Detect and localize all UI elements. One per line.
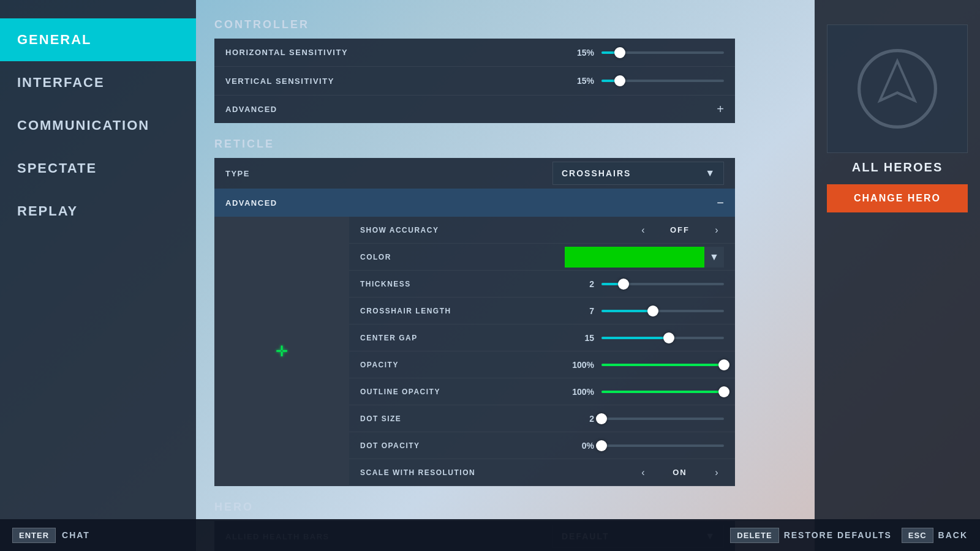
- show-accuracy-value: OFF: [655, 225, 704, 234]
- vertical-sensitivity-row: VERTICAL SENSITIVITY 15%: [214, 67, 735, 95]
- sidebar-item-spectate[interactable]: SPECTATE: [0, 147, 196, 190]
- horizontal-sensitivity-slider[interactable]: [601, 51, 724, 54]
- dot-size-label: DOT SIZE: [360, 414, 560, 423]
- reticle-advanced-header[interactable]: ADVANCED −: [214, 189, 735, 217]
- reticle-title: RETICLE: [214, 138, 735, 151]
- scale-resolution-left-arrow[interactable]: ‹: [636, 467, 650, 478]
- vertical-sensitivity-slider[interactable]: [601, 80, 724, 82]
- change-hero-button[interactable]: CHANGE HERO: [827, 184, 968, 212]
- reticle-type-dropdown-arrow: ▼: [705, 168, 715, 179]
- delete-key-badge: DELETE: [730, 528, 778, 543]
- color-row: COLOR ▼: [349, 244, 735, 271]
- sidebar-item-interface[interactable]: INTERFACE: [0, 61, 196, 104]
- color-label: COLOR: [360, 253, 565, 261]
- reticle-type-dropdown[interactable]: CROSSHAIRS ▼: [552, 162, 724, 185]
- scale-resolution-value: ON: [655, 468, 704, 477]
- back-action: ESC BACK: [902, 528, 968, 543]
- scale-resolution-toggle[interactable]: ‹ ON ›: [636, 467, 724, 478]
- dot-size-row: DOT SIZE 2: [349, 405, 735, 432]
- reticle-type-row: TYPE CROSSHAIRS ▼: [214, 158, 735, 189]
- show-accuracy-row: SHOW ACCURACY ‹ OFF ›: [349, 217, 735, 244]
- sidebar-item-general[interactable]: GENERAL: [0, 18, 196, 61]
- thickness-row: THICKNESS 2: [349, 271, 735, 298]
- color-fill: [565, 247, 704, 268]
- sidebar-item-communication[interactable]: COMMUNICATION: [0, 104, 196, 147]
- center-gap-row: CENTER GAP 15: [349, 324, 735, 351]
- reticle-advanced-label: ADVANCED: [225, 198, 717, 208]
- vertical-sensitivity-label: VERTICAL SENSITIVITY: [225, 77, 560, 86]
- show-accuracy-label: SHOW ACCURACY: [360, 226, 636, 234]
- overwatch-logo: [858, 49, 937, 129]
- opacity-value: 100%: [560, 360, 594, 370]
- enter-action-label: CHAT: [62, 530, 90, 540]
- controller-title: CONTROLLER: [214, 18, 735, 31]
- crosshair-length-label: CROSSHAIR LENGTH: [360, 307, 560, 315]
- reticle-advanced-content: ✛ SHOW ACCURACY ‹ OFF › COLOR: [214, 217, 735, 486]
- sidebar: GENERAL INTERFACE COMMUNICATION SPECTATE…: [0, 0, 196, 551]
- scale-resolution-row: SCALE WITH RESOLUTION ‹ ON ›: [349, 459, 735, 486]
- center-gap-label: CENTER GAP: [360, 334, 560, 342]
- reticle-type-label: TYPE: [225, 169, 552, 178]
- dot-size-value: 2: [560, 414, 594, 424]
- main-content: CONTROLLER HORIZONTAL SENSITIVITY 15% VE…: [196, 0, 753, 551]
- dot-opacity-row: DOT OPACITY 0%: [349, 432, 735, 459]
- controller-advanced-expand-icon: +: [717, 102, 724, 116]
- outline-opacity-value: 100%: [560, 387, 594, 397]
- bottom-left: ENTER CHAT: [12, 528, 90, 543]
- dot-opacity-value: 0%: [560, 441, 594, 451]
- thickness-slider[interactable]: [601, 283, 724, 285]
- crosshair-length-row: CROSSHAIR LENGTH 7: [349, 298, 735, 324]
- sidebar-label-general: GENERAL: [17, 32, 92, 47]
- thickness-value: 2: [560, 279, 594, 289]
- sidebar-label-interface: INTERFACE: [17, 75, 105, 90]
- hero-title: HERO: [214, 501, 735, 514]
- opacity-row: OPACITY 100%: [349, 351, 735, 378]
- crosshair-length-value: 7: [560, 306, 594, 316]
- esc-key-badge: ESC: [902, 528, 933, 543]
- thickness-label: THICKNESS: [360, 280, 560, 288]
- horizontal-sensitivity-value: 15%: [560, 48, 594, 58]
- restore-defaults-action: DELETE RESTORE DEFAULTS: [730, 528, 891, 543]
- crosshair-preview: ✛: [214, 217, 349, 486]
- reticle-section: RETICLE TYPE CROSSHAIRS ▼ ADVANCED − ✛: [214, 138, 735, 486]
- dot-size-slider[interactable]: [601, 418, 724, 420]
- show-accuracy-toggle[interactable]: ‹ OFF ›: [636, 225, 724, 236]
- outline-opacity-row: OUTLINE OPACITY 100%: [349, 378, 735, 405]
- color-dropdown[interactable]: ▼: [565, 247, 724, 268]
- opacity-slider[interactable]: [601, 364, 724, 366]
- center-gap-slider[interactable]: [601, 337, 724, 339]
- reticle-advanced-collapse-icon: −: [717, 196, 724, 210]
- right-panel: ALL HEROES CHANGE HERO: [815, 0, 980, 551]
- reticle-settings-list: SHOW ACCURACY ‹ OFF › COLOR ▼: [349, 217, 735, 486]
- color-dropdown-arrow: ▼: [704, 247, 724, 268]
- outline-opacity-label: OUTLINE OPACITY: [360, 388, 560, 396]
- back-label[interactable]: BACK: [938, 530, 968, 540]
- crosshair-length-slider[interactable]: [601, 310, 724, 312]
- enter-key-badge: ENTER: [12, 528, 56, 543]
- show-accuracy-left-arrow[interactable]: ‹: [636, 225, 650, 236]
- opacity-label: OPACITY: [360, 361, 560, 369]
- show-accuracy-right-arrow[interactable]: ›: [709, 225, 724, 236]
- hero-portrait: [827, 24, 968, 153]
- horizontal-sensitivity-row: HORIZONTAL SENSITIVITY 15%: [214, 39, 735, 67]
- horizontal-sensitivity-label: HORIZONTAL SENSITIVITY: [225, 48, 560, 57]
- sidebar-label-communication: COMMUNICATION: [17, 118, 149, 133]
- controller-advanced-row[interactable]: ADVANCED +: [214, 95, 735, 123]
- controller-advanced-label: ADVANCED: [225, 105, 717, 114]
- restore-defaults-label[interactable]: RESTORE DEFAULTS: [784, 530, 892, 540]
- scale-resolution-label: SCALE WITH RESOLUTION: [360, 468, 636, 477]
- dot-opacity-label: DOT OPACITY: [360, 441, 560, 450]
- sidebar-label-replay: REPLAY: [17, 203, 78, 219]
- controller-section: CONTROLLER HORIZONTAL SENSITIVITY 15% VE…: [214, 18, 735, 123]
- scale-resolution-right-arrow[interactable]: ›: [709, 467, 724, 478]
- bottom-right: DELETE RESTORE DEFAULTS ESC BACK: [730, 528, 968, 543]
- controller-panel: HORIZONTAL SENSITIVITY 15% VERTICAL SENS…: [214, 39, 735, 95]
- crosshair-preview-symbol: ✛: [276, 343, 288, 360]
- sidebar-label-spectate: SPECTATE: [17, 160, 97, 176]
- dot-opacity-slider[interactable]: [601, 444, 724, 447]
- center-gap-value: 15: [560, 333, 594, 343]
- outline-opacity-slider[interactable]: [601, 391, 724, 393]
- sidebar-item-replay[interactable]: REPLAY: [0, 190, 196, 233]
- reticle-type-value: CROSSHAIRS: [562, 168, 705, 178]
- vertical-sensitivity-value: 15%: [560, 76, 594, 86]
